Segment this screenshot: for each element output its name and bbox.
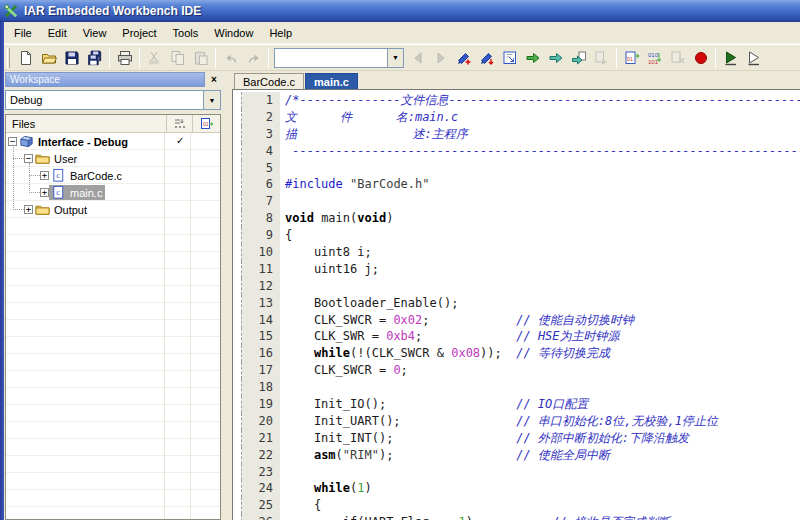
breakpoint-margin[interactable] [233,160,242,177]
build-status-column-icon[interactable]: 01 [192,115,220,132]
next-bookmark-button[interactable] [475,47,498,69]
code-line-18: 18 [233,379,800,396]
breakpoint-margin[interactable] [233,227,242,244]
breakpoint-margin[interactable] [233,345,242,362]
go-to-source-button[interactable] [498,47,521,69]
files-header-label: Files [6,115,166,132]
breakpoint-margin[interactable] [233,109,242,126]
editor-tab-main-c[interactable]: main.c [305,73,358,89]
option-overrides-column-icon[interactable] [166,115,192,132]
code-text: while(1) [280,480,372,497]
breakpoint-margin[interactable] [233,193,242,210]
line-number: 20 [242,413,280,430]
tree-item-barcode-c[interactable]: +cBarCode.c [6,167,220,184]
tree-item-user[interactable]: −User [6,150,220,167]
breakpoint-margin[interactable] [233,464,242,481]
menu-item-view[interactable]: View [75,24,115,42]
line-number: 5 [242,160,280,177]
code-text: { [280,497,321,514]
find-combo-value[interactable] [275,49,387,67]
build-all-button[interactable] [567,47,590,69]
code-line-9: 9{ [233,227,800,244]
chevron-down-icon[interactable]: ▼ [203,91,220,109]
print-button[interactable] [113,47,136,69]
menu-item-edit[interactable]: Edit [40,24,75,42]
breakpoint-margin[interactable] [233,312,242,329]
menu-item-tools[interactable]: Tools [165,24,207,42]
toggle-bookmark-button[interactable] [452,47,475,69]
breakpoint-margin[interactable] [233,295,242,312]
workspace-close-button[interactable]: × [207,73,221,86]
menu-item-file[interactable]: File [6,24,40,42]
line-number: 1 [242,92,280,109]
configuration-dropdown[interactable]: Debug ▼ [5,90,221,110]
make-button[interactable] [544,47,567,69]
breakpoint-margin[interactable] [233,261,242,278]
menu-item-window[interactable]: Window [206,24,261,42]
redo-button[interactable] [242,47,265,69]
breakpoint-margin[interactable] [233,126,242,143]
expand-icon[interactable]: + [40,171,49,180]
breakpoint-margin[interactable] [233,278,242,295]
breakpoint-margin[interactable] [233,328,242,345]
find-previous-button[interactable] [406,47,429,69]
breakpoint-margin[interactable] [233,143,242,160]
toggle-breakpoint-button[interactable] [689,47,712,69]
main-area: Workspace × Debug ▼ Files 01 [4,71,800,520]
breakpoint-margin[interactable] [233,92,242,109]
tree-item-output[interactable]: +Output [6,201,220,218]
panel-splitter[interactable] [222,71,232,520]
breakpoint-margin[interactable] [233,244,242,261]
cut-button[interactable] [143,47,166,69]
find-next-button[interactable] [429,47,452,69]
editor-tab-barcode-c[interactable]: BarCode.c [234,73,304,89]
save-button[interactable] [60,47,83,69]
find-combo[interactable]: ▼ [274,48,404,68]
code-line-13: 13 Bootloader_Enable(); [233,295,800,312]
code-editor[interactable]: 1/*--------------文件信息-------------------… [232,89,800,520]
undo-button[interactable] [219,47,242,69]
workspace-panel-title: Workspace [6,74,60,85]
code-line-25: 25 { [233,497,800,514]
chevron-down-icon[interactable]: ▼ [387,49,403,67]
new-file-button[interactable] [14,47,37,69]
breakpoint-margin[interactable] [233,176,242,193]
tree-item-main-c[interactable]: +cmain.c [6,184,220,201]
open-file-button[interactable] [37,47,60,69]
expand-icon[interactable]: + [40,188,49,197]
stop-build-button[interactable] [590,47,613,69]
breakpoint-margin[interactable] [233,497,242,514]
toolbar-grip[interactable] [7,48,10,68]
code-line-19: 19 Init_IO(); // IO口配置 [233,396,800,413]
breakpoint-margin[interactable] [233,210,242,227]
breakpoint-margin[interactable] [233,480,242,497]
download-options-button[interactable]: 010101 [643,47,666,69]
c-file-icon: c [51,168,67,183]
collapse-icon[interactable]: − [8,137,17,146]
expand-icon[interactable]: + [24,205,33,214]
svg-text:c: c [56,187,60,197]
collapse-icon[interactable]: − [24,154,33,163]
download-and-debug-button[interactable] [719,47,742,69]
copy-button[interactable] [166,47,189,69]
breakpoint-margin[interactable] [233,514,242,520]
paste-button[interactable] [189,47,212,69]
tree-item-interface-debug[interactable]: −Interface - Debug✓ [6,133,220,150]
save-all-button[interactable] [83,47,106,69]
cancel-download-button[interactable] [666,47,689,69]
breakpoint-margin[interactable] [233,413,242,430]
debug-without-downloading-button[interactable] [742,47,765,69]
code-line-5: 5 [233,160,800,177]
workspace-panel-header[interactable]: Workspace [5,72,205,87]
menu-item-project[interactable]: Project [114,24,164,42]
breakpoint-margin[interactable] [233,379,242,396]
breakpoint-margin[interactable] [233,430,242,447]
menu-item-help[interactable]: Help [261,24,300,42]
compile-button[interactable] [521,47,544,69]
breakpoint-margin[interactable] [233,447,242,464]
window-title: IAR Embedded Workbench IDE [24,4,201,18]
breakpoint-margin[interactable] [233,362,242,379]
toolbar-separator [268,48,269,68]
breakpoint-margin[interactable] [233,396,242,413]
download-code-button[interactable]: 01 [620,47,643,69]
